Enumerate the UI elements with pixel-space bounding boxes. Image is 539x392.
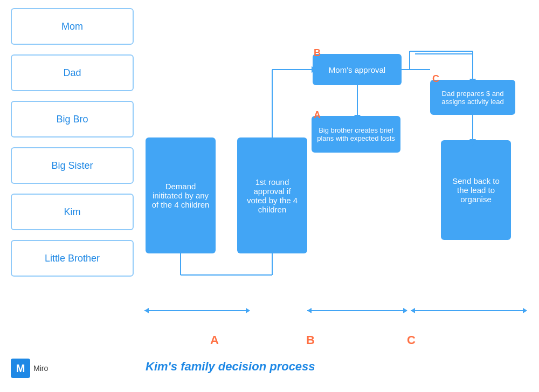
phase-a-bottom-label: A [210,333,219,347]
phase-c-bottom-label: C [407,333,416,347]
person-little-brother: Little Brother [11,240,134,277]
person-dad: Dad [11,54,134,91]
send-back-box: Send back to the lead to organise [441,140,511,240]
diagram-container: Mom Dad Big Bro Big Sister Kim Little Br… [0,0,539,392]
phase-arrow-cd [411,310,527,311]
phase-c-right-label: C [432,73,439,85]
phase-b-bottom-label: B [306,333,315,347]
person-kim: Kim [11,194,134,230]
dad-prepares-box: Dad prepares $ and assigns activity lead [430,80,515,115]
logo-icon: M [11,359,30,378]
person-mom: Mom [11,8,134,45]
logo-text: Miro [33,364,48,373]
moms-approval-box: Mom's approval [313,54,402,85]
phase-b-top-label: B [314,47,321,59]
phase-arrow-ab [144,310,250,311]
big-brother-box: Big brother creates brief plans with exp… [312,116,400,153]
phase-a-mid-label: A [314,109,321,121]
person-big-bro: Big Bro [11,101,134,137]
sidebar-people: Mom Dad Big Bro Big Sister Kim Little Br… [11,8,134,277]
diagram-title: Kim's family decision process [146,360,315,374]
logo-area: M Miro [11,359,48,378]
person-big-sister: Big Sister [11,147,134,184]
phase-arrow-bc [307,310,407,311]
demand-box: Demand inititated by any of the 4 childr… [146,137,216,253]
first-approval-box: 1st round approval if voted by the 4 chi… [237,137,307,253]
